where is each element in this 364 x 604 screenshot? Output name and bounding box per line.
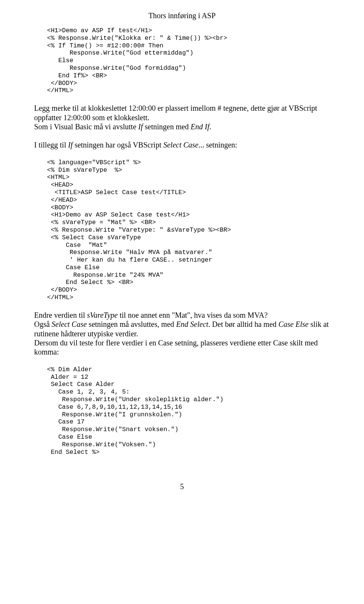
p3-pre: Endre verdien til — [34, 311, 87, 319]
page-header: Thors innføring i ASP — [34, 11, 330, 20]
p2-mid: setningen har også VBScript — [73, 141, 163, 149]
p1-line1: Legg merke til at klokkeslettet 12:00:00… — [34, 104, 317, 121]
p5: Dersom du vil teste for flere verdier i … — [34, 339, 318, 356]
paragraph-2: I tillegg til If setningen har også VBSc… — [34, 140, 330, 149]
paragraph-3-5: Endre verdien til sVareType til noe anne… — [34, 311, 330, 357]
p4-sc: Select Case — [52, 320, 87, 328]
code-block-2: <% language="VBScript" %> <% Dim sVareTy… — [47, 159, 330, 301]
code-block-3: <% Dim Alder Alder = 12 Select Case Alde… — [47, 366, 330, 456]
document-page: Thors innføring i ASP <H1>Demo av ASP If… — [0, 0, 364, 510]
p1b-pre: Som i Visual Basic må vi avslutte — [34, 122, 138, 131]
p4-es: End Select — [176, 320, 208, 328]
p4-pre: Også — [34, 320, 52, 328]
p2-post: ... setningen: — [198, 141, 237, 149]
p1b-post: . — [209, 122, 211, 131]
p2-if: If — [68, 141, 72, 149]
p1b-mid: setningen med — [143, 122, 191, 131]
paragraph-1: Legg merke til at klokkeslettet 12:00:00… — [34, 104, 330, 131]
p2-sc: Select Case — [163, 141, 199, 149]
p2-pre: I tillegg til — [34, 141, 68, 149]
p3-post: til noe annet enn "Mat", hva vises da so… — [118, 311, 268, 319]
p3-svt: sVareType — [87, 311, 118, 319]
p1b-end: End If — [191, 122, 209, 131]
p4-ce: Case Else — [278, 320, 308, 328]
page-number: 5 — [34, 482, 330, 491]
p4-mid: setningen må avsluttes, med — [87, 320, 176, 328]
p4-mid2: . Det bør alltid ha med — [208, 320, 278, 328]
p1b-if: If — [138, 122, 143, 131]
code-block-1: <H1>Demo av ASP If test</H1> <% Response… — [47, 27, 330, 94]
